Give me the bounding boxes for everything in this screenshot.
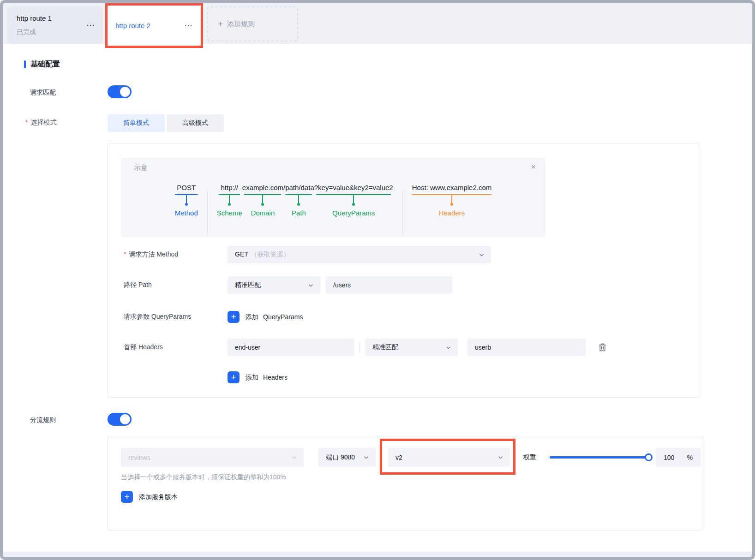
method-label: *请求方法 Method	[124, 246, 228, 259]
diagram-queryparams-text: ?key=value&key2=value2	[314, 184, 393, 191]
traffic-split-card: reviews 端口 9080 v2 权重	[108, 436, 703, 530]
weight-unit: %	[687, 454, 693, 461]
mode-switch: 简单模式 高级模式	[108, 114, 224, 132]
service-select[interactable]: reviews	[121, 448, 304, 467]
route-tabs-bar: http route 1 已完成 ··· http route 2 ··· + …	[3, 3, 752, 44]
delete-header-trash-icon[interactable]	[599, 343, 606, 353]
add-headers-plus-icon[interactable]: +	[228, 371, 240, 383]
diagram-method-label: Method	[175, 209, 198, 217]
diagram-domain-label: Domain	[251, 209, 275, 217]
chevron-down-icon	[445, 345, 451, 351]
port-select[interactable]: 端口 9080	[318, 448, 376, 467]
chevron-down-icon	[308, 282, 314, 288]
method-value-hint: （获取资源）	[251, 250, 290, 258]
headers-row: 首部 Headers 精准匹配	[124, 339, 699, 356]
more-icon[interactable]: ···	[185, 22, 193, 30]
weight-hint-text: 当选择一个或多个服务版本时，须保证权重的整和为100%	[121, 473, 286, 482]
app-window: http route 1 已完成 ··· http route 2 ··· + …	[0, 0, 755, 560]
request-match-label: 请求匹配	[30, 89, 56, 97]
diagram-queryparams-group: ?key=value&key2=value2 QueryParams	[314, 184, 393, 217]
diagram-method-text: POST	[177, 184, 196, 191]
traffic-split-label: 分流规则	[30, 416, 56, 424]
add-text: 添加	[246, 313, 258, 321]
diagram-stem	[451, 195, 452, 205]
mode-label-text: 选择模式	[30, 119, 56, 126]
weight-value-input[interactable]	[664, 454, 680, 461]
diagram-domain-text: example.com	[242, 184, 283, 191]
diagram-headers-label: Headers	[439, 209, 465, 217]
add-rule-button[interactable]: + 添加规则	[207, 6, 298, 42]
add-target: Headers	[263, 374, 288, 381]
diagram-stem	[186, 195, 187, 205]
service-select-value: reviews	[128, 454, 150, 461]
required-mark: *	[124, 250, 126, 258]
queryparams-label: 请求参数 QueryParams	[124, 311, 228, 321]
weight-label: 权重	[523, 448, 536, 467]
diagram-stem	[262, 195, 263, 205]
path-label: 路径 Path	[124, 276, 228, 289]
request-match-toggle[interactable]	[108, 85, 132, 98]
more-icon[interactable]: ···	[87, 21, 95, 29]
mode-advanced-button[interactable]: 高级模式	[167, 114, 224, 132]
method-select[interactable]: GET（获取资源）	[228, 246, 491, 263]
match-rule-card: 示意 ✕ POST Method http://	[108, 143, 699, 398]
path-match-select[interactable]: 精准匹配	[228, 276, 320, 294]
tab2-config-panel: 基础配置 请求匹配 *选择模式 简单模式 高级模式 示意 ✕ POST	[3, 44, 752, 552]
annotation-highlight-tab2: http route 2 ···	[105, 3, 203, 48]
headers-label: 首部 Headers	[124, 339, 228, 351]
port-select-value: 端口 9080	[326, 453, 355, 462]
header-match-select[interactable]: 精准匹配	[365, 339, 458, 356]
path-value-input[interactable]	[326, 276, 452, 294]
add-headers-row: + 添加Headers	[124, 371, 699, 383]
chevron-down-icon	[363, 454, 369, 460]
url-anatomy-diagram: POST Method http:// Scheme	[121, 184, 545, 236]
weight-value-box: %	[656, 448, 701, 467]
tab1-title: http route 1	[17, 14, 52, 22]
weight-slider-handle[interactable]	[645, 453, 653, 461]
diagram-queryparams-label: QueryParams	[332, 209, 375, 217]
diagram-scheme-group: http:// Scheme	[217, 184, 242, 217]
traffic-split-toggle[interactable]	[108, 413, 132, 426]
diagram-stem	[353, 195, 354, 205]
mode-label: *选择模式	[25, 119, 56, 127]
url-diagram-panel: 示意 ✕ POST Method http://	[121, 158, 545, 237]
method-value: GET	[235, 250, 248, 258]
mode-simple-button[interactable]: 简单模式	[108, 114, 165, 132]
tab2-title: http route 2	[115, 22, 150, 30]
weight-slider[interactable]	[550, 448, 651, 467]
diagram-path-text: /path/data	[283, 184, 314, 191]
spacer	[124, 371, 228, 376]
diagram-domain-group: example.com Domain	[242, 184, 283, 217]
add-queryparams-button[interactable]: 添加QueryParams	[246, 311, 303, 323]
annotation-highlight-version: v2	[380, 439, 515, 475]
toggle-knob	[120, 87, 130, 97]
version-select[interactable]: v2	[388, 448, 510, 467]
tab1-status: 已完成	[17, 28, 36, 36]
diagram-title: 示意	[134, 164, 147, 172]
path-row: 路径 Path 精准匹配	[124, 276, 699, 294]
plus-icon: +	[218, 19, 223, 29]
toggle-knob	[120, 414, 130, 424]
method-label-text: 请求方法 Method	[129, 250, 178, 258]
diagram-stem	[298, 195, 299, 205]
add-headers-button[interactable]: 添加Headers	[246, 371, 288, 383]
diagram-divider	[402, 190, 403, 236]
add-version-row: + 添加服务版本	[121, 491, 178, 503]
tab-http-route-2[interactable]: http route 2 ···	[108, 6, 201, 46]
section-title-text: 基础配置	[30, 60, 60, 69]
add-version-plus-icon[interactable]: +	[121, 491, 133, 503]
diagram-method-group: POST Method	[175, 184, 198, 217]
add-version-button[interactable]: 添加服务版本	[139, 491, 178, 503]
add-target: QueryParams	[263, 313, 303, 321]
close-icon[interactable]: ✕	[530, 163, 536, 171]
chevron-down-icon	[497, 454, 503, 460]
weight-slider-track[interactable]	[550, 456, 648, 459]
add-queryparams-plus-icon[interactable]: +	[228, 311, 240, 323]
header-value-input[interactable]	[467, 339, 586, 356]
route-config-page: http route 1 已完成 ··· http route 2 ··· + …	[3, 3, 752, 557]
section-accent-bar	[24, 60, 26, 68]
diagram-headers-group: Host: www.example2.com Headers	[412, 184, 492, 217]
tab-http-route-1[interactable]: http route 1 已完成 ···	[7, 6, 102, 44]
header-key-input[interactable]	[228, 339, 354, 356]
diagram-path-label: Path	[292, 209, 306, 217]
